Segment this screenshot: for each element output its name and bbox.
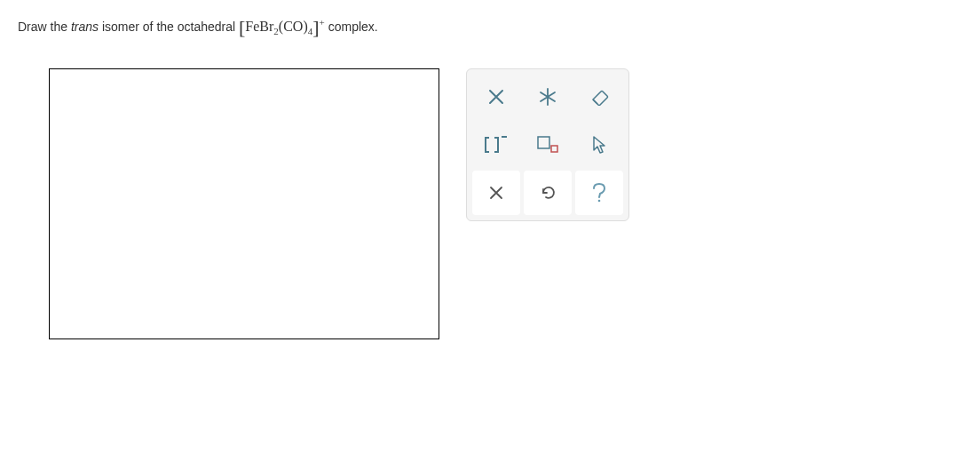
svg-rect-1 [538,137,549,148]
svg-point-3 [598,199,601,202]
center-atom-button[interactable] [524,75,572,119]
undo-icon [539,184,557,202]
svg-rect-2 [551,146,557,152]
boxes-button[interactable] [524,123,572,167]
boxes-icon [536,135,559,155]
asterisk-icon [537,86,558,108]
eraser-icon [588,88,611,106]
svg-rect-0 [502,136,507,138]
question-icon [591,182,607,203]
question-italic: trans [71,20,99,34]
cursor-icon [590,135,608,155]
question-prefix: Draw the [18,20,71,34]
undo-button[interactable] [524,171,572,215]
eraser-button[interactable] [575,75,623,119]
drawing-canvas[interactable] [49,68,439,339]
cursor-button[interactable] [575,123,623,167]
help-button[interactable] [575,171,623,215]
x-icon [486,87,506,107]
brackets-button[interactable] [472,123,520,167]
tool-panel [466,68,629,221]
x-small-icon [489,186,503,200]
formula: [FeBr2(CO)4]+ [239,19,325,34]
question-middle: isomer of the octahedral [99,20,239,34]
delete-button[interactable] [472,75,520,119]
main-area [18,68,962,339]
clear-button[interactable] [472,171,520,215]
question-suffix: complex. [325,20,378,34]
brackets-icon [483,134,510,155]
question-text: Draw the trans isomer of the octahedral … [18,14,962,42]
